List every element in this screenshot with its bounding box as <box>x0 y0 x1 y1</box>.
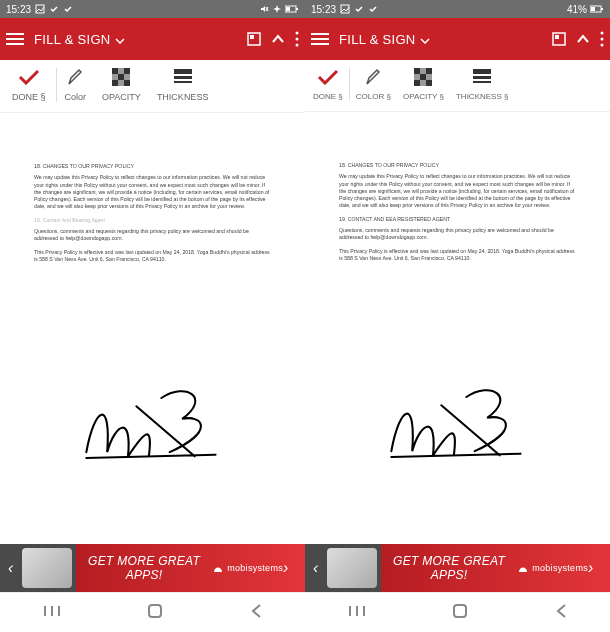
ad-prev-icon[interactable]: ‹ <box>313 559 327 577</box>
section-19-title: 19. CONTACT AND EEA REGISTERED AGENT <box>339 216 576 223</box>
svg-rect-5 <box>286 7 290 11</box>
svg-rect-15 <box>118 68 124 74</box>
svg-rect-50 <box>426 80 432 86</box>
opacity-icon <box>414 68 432 86</box>
ad-text: GET MORE GREAT APPS! <box>381 554 517 582</box>
status-time: 15:23 <box>311 4 336 15</box>
svg-rect-46 <box>420 74 426 80</box>
page-icon[interactable] <box>247 32 261 46</box>
section-18-title: 18. CHANGES TO OUR PRIVACY POLICY <box>34 163 271 170</box>
svg-rect-22 <box>124 80 130 86</box>
svg-point-39 <box>601 32 604 35</box>
airplane-icon <box>272 4 282 14</box>
chevron-up-icon[interactable] <box>271 34 285 44</box>
title-dropdown[interactable]: FILL & SIGN <box>34 30 125 48</box>
done-button[interactable]: DONE § <box>307 68 350 101</box>
more-icon[interactable] <box>295 31 299 47</box>
thickness-button[interactable]: THICKNESS § <box>450 68 514 101</box>
pencil-icon <box>67 68 83 86</box>
chevron-down-icon <box>420 30 430 48</box>
document-view[interactable]: 18. CHANGES TO OUR PRIVACY POLICY We may… <box>0 113 305 544</box>
check-icon <box>354 4 364 14</box>
back-button[interactable] <box>555 603 567 623</box>
ad-prev-icon[interactable]: ‹ <box>8 559 22 577</box>
svg-rect-38 <box>555 35 559 39</box>
menu-icon[interactable] <box>311 32 329 46</box>
svg-rect-49 <box>420 80 426 86</box>
ad-image <box>327 548 377 588</box>
check-icon <box>63 4 73 14</box>
screen-left: 15:23 FILL & SIGN <box>0 0 305 632</box>
svg-rect-47 <box>426 74 432 80</box>
ad-text: GET MORE GREAT APPS! <box>76 554 212 582</box>
svg-rect-32 <box>601 8 603 10</box>
menu-icon[interactable] <box>6 32 24 46</box>
home-button[interactable] <box>452 603 468 623</box>
section-18-title: 18. CHANGES TO OUR PRIVACY POLICY <box>339 162 576 169</box>
section-19-body: Questions, comments and requests regardi… <box>34 228 271 243</box>
title-dropdown[interactable]: FILL & SIGN <box>339 30 430 48</box>
recents-button[interactable] <box>348 604 366 622</box>
home-button[interactable] <box>147 603 163 623</box>
svg-rect-45 <box>414 74 420 80</box>
check-icon <box>368 4 378 14</box>
svg-rect-29 <box>149 605 161 617</box>
screen-right: 15:23 41% FILL & SIGN D <box>305 0 610 632</box>
opacity-icon <box>112 68 130 86</box>
section-18-body: We may update this Privacy Policy to ref… <box>34 174 271 210</box>
svg-rect-43 <box>420 68 426 74</box>
section-18-body: We may update this Privacy Policy to ref… <box>339 173 576 209</box>
page-icon[interactable] <box>552 32 566 46</box>
chevron-down-icon <box>115 30 125 48</box>
back-button[interactable] <box>250 603 262 623</box>
more-icon[interactable] <box>600 31 604 47</box>
svg-rect-42 <box>414 68 420 74</box>
svg-rect-14 <box>112 68 118 74</box>
thickness-icon <box>174 68 192 86</box>
svg-rect-57 <box>454 605 466 617</box>
app-header: FILL & SIGN <box>305 18 610 60</box>
ad-banner[interactable]: ‹ GET MORE GREAT APPS! mobisystems › <box>0 544 305 592</box>
toolbar: DONE § Color OPACITY THICKNESS <box>0 60 305 113</box>
header-title: FILL & SIGN <box>34 32 111 47</box>
battery-icon <box>590 5 604 13</box>
ad-next-icon[interactable]: › <box>283 559 297 577</box>
image-icon <box>340 4 350 14</box>
pencil-icon <box>365 68 381 86</box>
svg-point-11 <box>296 32 299 35</box>
svg-point-41 <box>601 44 604 47</box>
color-button[interactable]: COLOR § <box>350 68 397 101</box>
ad-banner[interactable]: ‹ GET MORE GREAT APPS! mobisystems › <box>305 544 610 592</box>
document-view[interactable]: 18. CHANGES TO OUR PRIVACY POLICY We may… <box>305 112 610 544</box>
svg-rect-24 <box>174 76 192 79</box>
svg-rect-23 <box>174 69 192 74</box>
chevron-up-icon[interactable] <box>576 34 590 44</box>
svg-rect-52 <box>473 76 491 79</box>
svg-rect-53 <box>473 81 491 83</box>
opacity-button[interactable]: OPACITY § <box>397 68 450 101</box>
battery-text: 41% <box>567 4 587 15</box>
status-bar: 15:23 <box>0 0 305 18</box>
svg-rect-44 <box>426 68 432 74</box>
system-navbar <box>0 592 305 632</box>
signature[interactable] <box>339 372 576 472</box>
ad-brand: mobisystems <box>212 562 283 574</box>
ad-next-icon[interactable]: › <box>588 559 602 577</box>
svg-point-12 <box>296 38 299 41</box>
thickness-button[interactable]: THICKNESS <box>149 68 217 102</box>
opacity-button[interactable]: OPACITY <box>94 68 149 102</box>
svg-rect-25 <box>174 81 192 83</box>
doc-footer: This Privacy Policy is effective and was… <box>34 249 271 264</box>
mute-icon <box>259 4 269 14</box>
thickness-icon <box>473 68 491 86</box>
svg-rect-48 <box>414 80 420 86</box>
ad-brand: mobisystems <box>517 562 588 574</box>
done-button[interactable]: DONE § <box>2 68 57 102</box>
svg-rect-21 <box>118 80 124 86</box>
color-button[interactable]: Color <box>57 68 95 102</box>
check-icon <box>317 68 339 86</box>
battery-icon <box>285 5 299 13</box>
recents-button[interactable] <box>43 604 61 622</box>
svg-rect-19 <box>124 74 130 80</box>
signature[interactable] <box>34 373 271 473</box>
